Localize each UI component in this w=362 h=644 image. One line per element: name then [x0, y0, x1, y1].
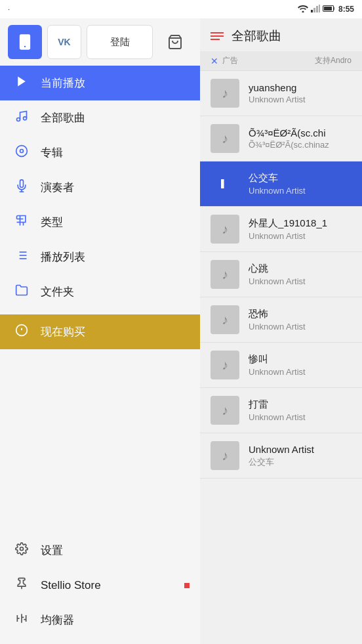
song-thumb: ♪	[211, 79, 239, 108]
store-badge	[184, 583, 190, 588]
sidebar-label-playlists: 播放列表	[41, 249, 85, 265]
hamburger-button[interactable]	[211, 32, 224, 40]
vk-button[interactable]: VK	[47, 25, 81, 59]
sidebar-label-stellio-store: Stellio Store	[41, 579, 101, 592]
status-bar: · 8:55	[0, 0, 362, 18]
sidebar-item-settings[interactable]: 设置	[0, 533, 200, 568]
svg-rect-4	[319, 5, 320, 12]
disc-icon	[13, 144, 30, 161]
song-title: yuansheng	[249, 82, 352, 93]
song-info: yuansheng Unknown Artist	[249, 82, 352, 104]
list-icon	[13, 249, 30, 265]
song-artist: Õ¾³¤ËØ²Ã(sc.chinaz	[249, 140, 352, 150]
svg-point-14	[20, 150, 24, 153]
svg-point-0	[302, 11, 304, 12]
song-title: 打雷	[249, 398, 352, 411]
table-row[interactable]: ♪ Unknown Artist 公交车	[200, 433, 362, 479]
wifi-icon	[298, 5, 308, 14]
song-info: 恐怖 Unknown Artist	[249, 308, 352, 332]
sidebar-item-genres[interactable]: 类型	[0, 205, 200, 240]
table-row[interactable]: ♪ 心跳 Unknown Artist	[200, 252, 362, 297]
sidebar-label-artists: 演奏者	[41, 180, 74, 195]
song-artist: Unknown Artist	[249, 412, 352, 422]
table-row[interactable]: ♪ 惨叫 Unknown Artist	[200, 343, 362, 388]
ad-text: 广告	[222, 55, 238, 66]
table-row[interactable]: 公交车 Unknown Artist	[200, 161, 362, 207]
sidebar-item-albums[interactable]: 专辑	[0, 135, 200, 170]
song-artist: Unknown Artist	[249, 322, 352, 332]
hamburger-line-2	[211, 35, 224, 37]
music-note-icon: ♪	[222, 131, 228, 146]
song-thumb: ♪	[211, 305, 239, 334]
sidebar-item-artists[interactable]: 演奏者	[0, 170, 200, 205]
music-note-icon: ♪	[222, 86, 228, 101]
svg-point-11	[17, 118, 20, 121]
song-info: Õ¾³¤ËØ²Ã(sc.chi Õ¾³¤ËØ²Ã(sc.chinaz	[249, 127, 352, 150]
song-list: ♪ yuansheng Unknown Artist ♪ Õ¾³¤ËØ²Ã(sc…	[200, 71, 362, 644]
song-thumb: ♪	[211, 396, 239, 425]
table-row[interactable]: ♪ 打雷 Unknown Artist	[200, 388, 362, 433]
sidebar-item-stellio-store[interactable]: Stellio Store	[0, 568, 200, 603]
main-layout: VK 登陆 当前播放	[0, 18, 362, 644]
sidebar-item-equalizer[interactable]: 均衡器	[0, 603, 200, 637]
song-title: Unknown Artist	[249, 444, 352, 455]
song-title: 心跳	[249, 263, 352, 275]
song-title: 惨叫	[249, 353, 352, 366]
music-note-icon: ♪	[222, 403, 228, 418]
song-artist: Unknown Artist	[249, 276, 352, 286]
signal-icon	[311, 5, 320, 14]
table-row[interactable]: ♪ 恐怖 Unknown Artist	[200, 297, 362, 343]
ad-support-text: 支持Andro	[315, 55, 352, 66]
song-thumb: ♪	[211, 351, 239, 379]
right-panel-title: 全部歌曲	[231, 28, 352, 45]
song-title: 恐怖	[249, 308, 352, 320]
tag-icon	[13, 324, 30, 340]
music-note-icon: ♪	[222, 448, 228, 463]
hamburger-line-1	[211, 32, 224, 33]
table-row[interactable]: ♪ 外星人_191018_1 Unknown Artist	[200, 207, 362, 252]
cart-button[interactable]	[158, 25, 192, 59]
music-icon	[13, 110, 30, 126]
song-info: 惨叫 Unknown Artist	[249, 353, 352, 377]
music-note-icon: ♪	[222, 312, 228, 328]
sidebar-item-folders[interactable]: 文件夹	[0, 274, 200, 309]
pause-button[interactable]	[211, 169, 239, 198]
sidebar-item-all-songs[interactable]: 全部歌曲	[0, 100, 200, 135]
svg-rect-2	[313, 8, 315, 12]
right-header: 全部歌曲	[200, 18, 362, 51]
mic-icon	[13, 179, 30, 196]
table-row[interactable]: ♪ Õ¾³¤ËØ²Ã(sc.chi Õ¾³¤ËØ²Ã(sc.chinaz	[200, 116, 362, 161]
svg-point-24	[20, 547, 24, 551]
song-artist: Unknown Artist	[249, 95, 352, 104]
song-info: 外星人_191018_1 Unknown Artist	[249, 217, 352, 241]
music-note-icon: ♪	[222, 222, 228, 237]
login-button[interactable]: 登陆	[87, 25, 153, 59]
sidebar-item-playlists[interactable]: 播放列表	[0, 240, 200, 274]
music-note-icon: ♪	[222, 267, 228, 282]
music-note-icon: ♪	[222, 358, 228, 373]
sidebar-label-folders: 文件夹	[41, 284, 74, 299]
table-row[interactable]: ♪ yuansheng Unknown Artist	[200, 71, 362, 116]
song-artist: Unknown Artist	[249, 367, 352, 377]
song-artist: Unknown Artist	[249, 231, 352, 241]
battery-icon	[323, 5, 336, 14]
svg-rect-3	[316, 6, 318, 12]
song-artist: Unknown Artist	[249, 186, 352, 196]
status-dot: ·	[8, 5, 10, 13]
sidebar-item-now-playing[interactable]: 当前播放	[0, 66, 200, 100]
song-thumb: ♪	[211, 124, 239, 153]
svg-point-13	[16, 146, 28, 157]
song-info: 心跳 Unknown Artist	[249, 263, 352, 286]
gear-icon	[13, 542, 30, 559]
svg-rect-6	[324, 7, 332, 11]
sidebar-item-buy[interactable]: 现在购买	[0, 314, 200, 349]
song-artist: 公交车	[249, 456, 352, 468]
sidebar: VK 登陆 当前播放	[0, 18, 200, 644]
song-info: 公交车 Unknown Artist	[249, 172, 352, 196]
guitar-icon	[13, 214, 30, 230]
device-button[interactable]	[8, 25, 42, 59]
svg-point-12	[24, 117, 27, 120]
time-display: 8:55	[338, 5, 354, 14]
ad-close-button[interactable]: ✕	[211, 56, 218, 66]
sidebar-label-equalizer: 均衡器	[41, 612, 74, 628]
